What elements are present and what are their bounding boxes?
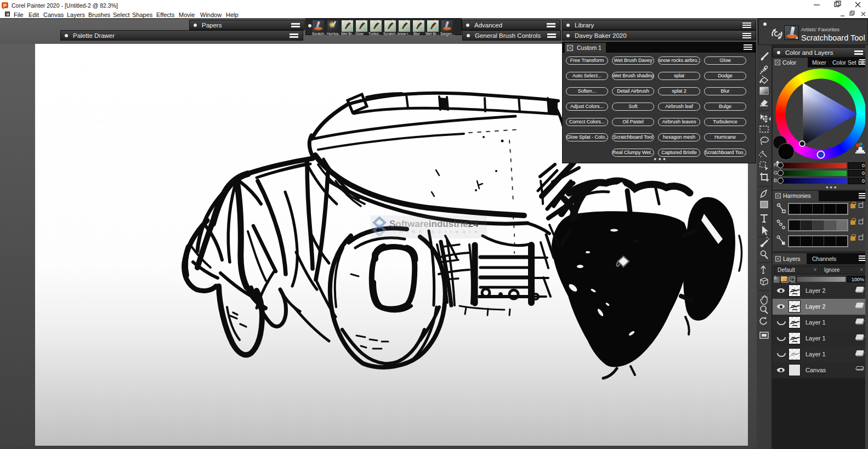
svg-text:P: P	[3, 3, 7, 8]
